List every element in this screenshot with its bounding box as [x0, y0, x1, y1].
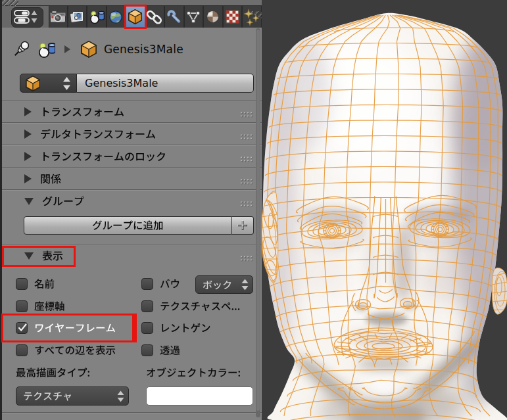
object-browse-button[interactable]	[20, 74, 77, 93]
tab-world[interactable]	[107, 6, 127, 28]
chain-icon	[147, 9, 162, 24]
properties-tab-bar	[49, 6, 262, 28]
panel-header-closed[interactable]	[2, 146, 262, 167]
panel-drag-handle-icon[interactable]	[240, 153, 253, 160]
layers-icon	[69, 10, 85, 24]
tab-data[interactable]	[185, 6, 205, 28]
properties-editor: Genesis3Male Genesis3Male	[0, 0, 262, 420]
camera-icon	[49, 9, 66, 25]
cube-icon	[127, 9, 143, 25]
editor-left-border	[0, 0, 2, 420]
checkbox-label	[160, 322, 211, 334]
panel-separator	[2, 412, 262, 413]
panel-title	[40, 151, 166, 163]
checkbox-row	[141, 321, 211, 335]
new-group-button[interactable]	[232, 216, 254, 235]
dropdown-spinner-icon	[116, 389, 125, 404]
breadcrumb-object-name[interactable]: Genesis3Male	[104, 43, 183, 56]
checkbox-label	[160, 278, 180, 290]
object-color-swatch[interactable]	[146, 386, 253, 406]
checker-icon	[225, 9, 240, 24]
sparkles-icon	[243, 9, 260, 26]
tab-object[interactable]	[126, 6, 146, 28]
breadcrumb: Genesis3Male	[2, 28, 262, 71]
checkbox[interactable]	[141, 278, 153, 290]
mesh-triangle-icon	[185, 10, 201, 24]
max-draw-type-dropdown[interactable]	[16, 386, 129, 406]
scrollbar-thumb[interactable]	[256, 30, 260, 411]
checkbox[interactable]	[16, 278, 28, 290]
panel-drag-handle-icon[interactable]	[240, 252, 253, 260]
triangle-right-icon	[24, 107, 32, 116]
tab-modifiers[interactable]	[165, 6, 185, 28]
properties-header	[2, 6, 262, 28]
tab-render-layers[interactable]	[68, 6, 88, 28]
tab-scene[interactable]	[87, 6, 107, 28]
browse-spinner-icon	[62, 75, 72, 92]
wireframe-head	[262, 0, 507, 420]
triangle-right-icon	[24, 129, 32, 139]
editor-type-selector[interactable]	[11, 7, 43, 28]
panel-drag-handle-icon[interactable]	[240, 131, 253, 138]
tab-material[interactable]	[204, 6, 224, 28]
scene-icon	[89, 9, 105, 24]
cube-icon	[24, 75, 41, 92]
object-color-label	[146, 367, 241, 379]
object-name-value: Genesis3Male	[85, 77, 158, 89]
checkbox-label	[34, 278, 55, 290]
editor-type-icon	[12, 8, 39, 26]
max-draw-type-label	[16, 367, 90, 379]
panel-header-closed[interactable]	[2, 124, 262, 145]
material-sphere-icon	[205, 9, 220, 24]
panel-title	[40, 128, 156, 141]
tab-render[interactable]	[49, 6, 68, 28]
panel-drag-handle-icon[interactable]	[240, 198, 253, 205]
panel-header-closed[interactable]	[2, 101, 262, 122]
panel-title	[40, 106, 124, 118]
panel-title	[42, 195, 84, 208]
pin-icon[interactable]	[13, 40, 31, 58]
checkbox-label	[34, 344, 116, 356]
plus-icon	[236, 219, 249, 232]
breadcrumb-arrow-icon	[63, 45, 71, 54]
panel-drag-handle-icon[interactable]	[240, 108, 253, 116]
checkbox-label	[160, 300, 240, 312]
checkbox-row	[16, 343, 116, 358]
area-top-strip	[0, 0, 262, 6]
scrollbar[interactable]	[256, 28, 260, 417]
bounds-type-value	[196, 279, 241, 291]
tab-constraints[interactable]	[146, 6, 166, 28]
checkbox[interactable]	[141, 322, 153, 334]
panel-drag-handle-icon[interactable]	[240, 175, 253, 183]
triangle-down-icon	[24, 198, 34, 205]
scene-icon[interactable]	[37, 41, 55, 58]
checkbox[interactable]	[16, 344, 28, 356]
checkbox-row	[141, 299, 240, 314]
annotation-thick-edge	[132, 314, 137, 342]
panel-header-closed[interactable]	[2, 168, 262, 189]
max-draw-type-value	[16, 390, 116, 402]
checkbox[interactable]	[141, 344, 153, 356]
dropdown-spinner-icon	[241, 277, 249, 292]
checkbox[interactable]	[141, 300, 153, 312]
checkbox-row	[141, 277, 180, 291]
cube-icon	[80, 40, 98, 58]
annotation-box-wireframe	[1, 314, 134, 342]
checkbox-row	[141, 343, 180, 358]
wrench-icon	[166, 9, 182, 24]
world-icon	[109, 10, 123, 24]
checkbox-row	[16, 277, 55, 291]
checkbox-row	[16, 299, 65, 314]
add-to-group-button[interactable]	[24, 216, 232, 235]
tab-texture[interactable]	[224, 6, 243, 28]
viewport-3d[interactable]	[262, 0, 507, 420]
checkbox[interactable]	[16, 300, 28, 312]
object-name-input[interactable]: Genesis3Male	[77, 74, 254, 93]
triangle-right-icon	[24, 152, 32, 161]
add-group-row	[24, 216, 254, 235]
panel-title	[40, 173, 61, 185]
panel-header-open[interactable]	[2, 191, 262, 212]
bounds-type-dropdown[interactable]	[195, 275, 253, 294]
blender-window: Genesis3Male Genesis3Male	[0, 0, 507, 420]
checkbox-label	[34, 300, 65, 312]
